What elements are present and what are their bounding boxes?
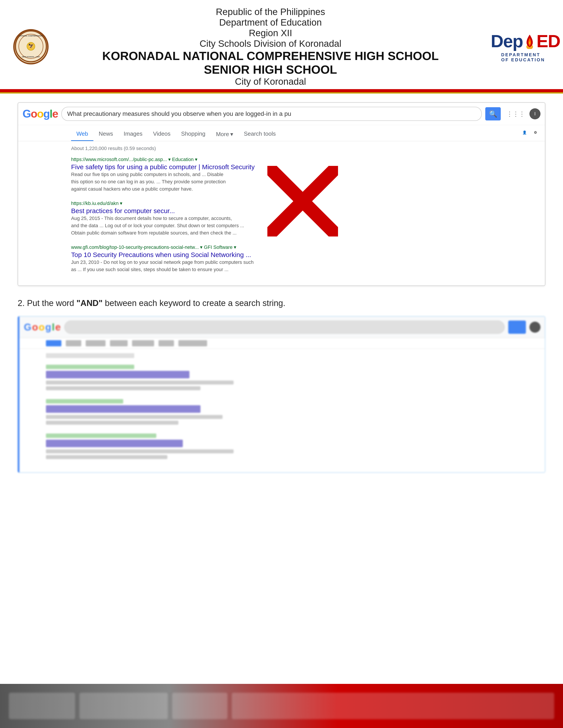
header-line3: Region XII xyxy=(49,28,492,38)
google-search-box-1: Google 🔍 ⋮⋮⋮ I Web News Images Videos Sh… xyxy=(18,102,545,286)
blurred-url-2 xyxy=(46,399,123,403)
blurred-snip-3b xyxy=(46,455,167,459)
instruction-2: 2. Put the word "AND" between each keywo… xyxy=(18,297,545,310)
blurred-url-1 xyxy=(46,365,134,369)
google-nav-1: Web News Images Videos Shopping More ▾ S… xyxy=(18,125,545,141)
bottom-blur-content xyxy=(9,693,554,719)
google-search-box-2: G o o g l e xyxy=(18,316,545,473)
nav-videos-1[interactable]: Videos xyxy=(148,127,176,141)
google-search-button-1[interactable]: 🔍 xyxy=(485,107,501,120)
blurred-url-3 xyxy=(46,433,156,438)
search-icon: 🔍 xyxy=(489,110,497,118)
blurred-title-1 xyxy=(46,371,189,378)
nav-settings-icon[interactable]: ⚙ xyxy=(530,127,540,141)
svg-text:HIGH SCHOOL • 1947: HIGH SCHOOL • 1947 xyxy=(22,56,40,58)
blurred-nav-web xyxy=(46,340,61,346)
blurred-nav-tools xyxy=(178,340,207,346)
g-letter-e: e xyxy=(52,108,58,120)
result-snippet-1: Read our five tips on using public compu… xyxy=(71,171,538,193)
g-e2: e xyxy=(55,322,60,333)
blurred-snip-1a xyxy=(46,381,233,385)
result-title-1[interactable]: Five safety tips for using a public comp… xyxy=(71,163,254,171)
instruction-keyword: "AND" xyxy=(76,298,102,308)
bottom-image-strip xyxy=(0,684,563,728)
seal-text: NATIONAL COMPREHENSIVE HIGH SCHOOL • 194… xyxy=(14,30,47,64)
blurred-count-2 xyxy=(46,353,134,358)
school-seal: NATIONAL COMPREHENSIVE HIGH SCHOOL • 194… xyxy=(13,29,49,64)
result-item-3: www.gfi.com/blog/top-10-security-precaut… xyxy=(71,244,538,273)
result-url-3: www.gfi.com/blog/top-10-security-precaut… xyxy=(71,244,538,250)
nav-account-icon[interactable]: 👤 xyxy=(519,127,530,141)
nav-shopping-1[interactable]: Shopping xyxy=(176,127,211,141)
result-item-2: https://kb.iu.edu/d/akn ▾ Best practices… xyxy=(71,201,538,236)
blurred-snip-3a xyxy=(46,449,233,453)
blurred-title-3 xyxy=(46,440,183,447)
blurred-avatar-2 xyxy=(529,322,540,333)
blurred-search-input-2 xyxy=(64,321,505,334)
google-bar-1: Google 🔍 ⋮⋮⋮ I xyxy=(18,103,545,125)
g-letter-l: l xyxy=(50,108,52,120)
blurred-title-2 xyxy=(46,405,200,413)
blurred-nav-shopping xyxy=(132,340,154,346)
result-title-2[interactable]: Best practices for computer secur... xyxy=(71,207,175,214)
result-item-1: https://www.microsoft.com/.../public-pc.… xyxy=(71,157,538,193)
deped-ed-text: ED xyxy=(537,31,560,51)
blurred-snip-1b xyxy=(46,386,200,390)
google-results-1: About 1,220,000 results (0.59 seconds) h… xyxy=(18,141,545,285)
header-line2: Department of Education xyxy=(49,17,492,28)
header-line1: Republic of the Philippines xyxy=(49,7,492,17)
google-logo-1: Google xyxy=(23,108,58,119)
g-letter-g: g xyxy=(43,108,50,120)
bottom-block-2 xyxy=(79,693,168,719)
blurred-nav-2 xyxy=(19,338,545,349)
blurred-result-1 xyxy=(46,365,538,390)
g-letter-o2: o xyxy=(37,108,43,120)
deped-logo: Dep ED xyxy=(491,31,560,51)
blurred-bar-2: G o o g l e xyxy=(19,317,545,338)
red-divider xyxy=(0,89,563,92)
result-title-3[interactable]: Top 10 Security Precautions when using S… xyxy=(71,251,251,258)
g-g2: g xyxy=(45,322,51,333)
header-line4: City Schools Division of Koronadal xyxy=(49,38,492,49)
blurred-snip-2a xyxy=(46,415,222,419)
nav-search-tools-1[interactable]: Search tools xyxy=(238,127,281,141)
svg-text:NATIONAL COMPREHENSIVE: NATIONAL COMPREHENSIVE xyxy=(18,35,43,37)
g-l: l xyxy=(52,322,55,333)
instruction-text-before: Put the word xyxy=(27,298,76,308)
deped-flame-icon xyxy=(524,34,535,49)
google-search-input-1[interactable] xyxy=(61,107,482,121)
nav-more-1[interactable]: More ▾ xyxy=(211,127,238,141)
instruction-number: 2. xyxy=(18,298,25,308)
result-snippet-2: Aug 25, 2015 - This document details how… xyxy=(71,215,538,236)
bottom-block-4 xyxy=(232,693,554,719)
deped-dep-text: Dep xyxy=(491,31,523,51)
blurred-search-btn-2 xyxy=(508,321,526,334)
g-o: o xyxy=(32,322,38,333)
bottom-block-3 xyxy=(172,693,227,719)
google-logo-2: G o o g l e xyxy=(24,322,61,333)
main-content: Google 🔍 ⋮⋮⋮ I Web News Images Videos Sh… xyxy=(0,94,563,493)
blurred-result-2 xyxy=(46,399,538,425)
deped-logo-container: Dep ED DEPARTMENT OF EDUCATION xyxy=(501,31,550,62)
nav-news-1[interactable]: News xyxy=(93,127,118,141)
header-text-block: Republic of the Philippines Department o… xyxy=(49,7,492,87)
blurred-result-3 xyxy=(46,433,538,459)
header-school-name: KORONADAL NATIONAL COMPREHENSIVE HIGH SC… xyxy=(49,49,492,63)
g-o2: o xyxy=(39,322,45,333)
deped-subtitle: DEPARTMENT OF EDUCATION xyxy=(501,52,550,62)
result-url-1: https://www.microsoft.com/.../public-pc.… xyxy=(71,157,538,162)
instruction-text-after: between each keyword to create a search … xyxy=(105,298,285,308)
blurred-nav-more xyxy=(158,340,174,346)
nav-more-label-1: More xyxy=(216,131,229,138)
nav-web-1[interactable]: Web xyxy=(71,127,93,141)
apps-icon[interactable]: ⋮⋮⋮ xyxy=(507,110,525,118)
header-city: City of Koronadal xyxy=(49,76,492,87)
g-letter-G: G xyxy=(23,108,31,120)
bottom-block-1 xyxy=(9,693,75,719)
nav-more-chevron-1: ▾ xyxy=(230,131,233,138)
svg-text:🦅: 🦅 xyxy=(28,43,34,49)
page-header: NATIONAL COMPREHENSIVE HIGH SCHOOL • 194… xyxy=(0,0,563,89)
user-avatar-1[interactable]: I xyxy=(529,108,540,119)
blurred-nav-videos xyxy=(110,340,128,346)
nav-images-1[interactable]: Images xyxy=(118,127,148,141)
